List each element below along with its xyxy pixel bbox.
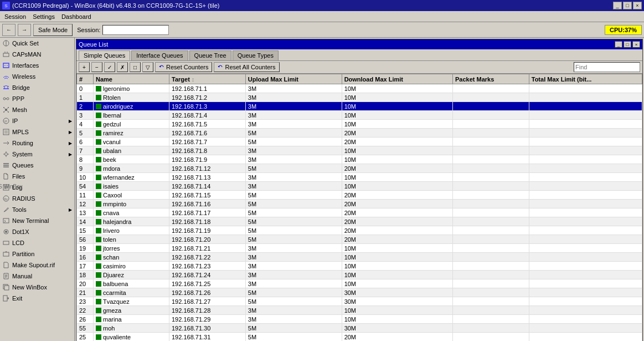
cell-total — [529, 262, 642, 271]
cell-download: 10M — [342, 84, 452, 93]
table-row[interactable]: 23 Tvazquez 192.168.71.27 5M 30M — [77, 297, 642, 306]
copy-button[interactable]: □ — [130, 62, 141, 72]
table-row[interactable]: 18 Djuarez 192.168.71.24 3M 10M — [77, 271, 642, 279]
table-row[interactable]: 0 lgeronimo 192.168.71.1 3M 10M — [77, 84, 642, 93]
forward-button[interactable]: → — [18, 24, 31, 36]
tab-queue-tree[interactable]: Queue Tree — [189, 50, 231, 60]
status-indicator — [96, 95, 101, 100]
close-button[interactable]: × — [633, 2, 642, 9]
sidebar-item-exit[interactable]: Exit — [0, 293, 74, 304]
table-row[interactable]: 16 schan 192.168.71.22 3M 10M — [77, 253, 642, 262]
tab-simple-queues[interactable]: Simple Queues — [79, 50, 130, 60]
queue-minimize-button[interactable]: _ — [615, 41, 622, 48]
sidebar-item-capsman[interactable]: CAPsMAN — [0, 49, 74, 60]
table-row[interactable]: 9 mdora 192.168.71.12 5M 20M — [77, 164, 642, 173]
table-row[interactable]: 15 lrivero 192.168.71.19 5M 20M — [77, 226, 642, 235]
queue-maximize-button[interactable]: □ — [624, 41, 631, 48]
table-row[interactable]: 19 jtorres 192.168.71.21 3M 10M — [77, 244, 642, 253]
menu-session[interactable]: Session — [1, 12, 29, 21]
table-row[interactable]: 12 mmpinto 192.168.71.16 5M 20M — [77, 200, 642, 208]
svg-rect-47 — [3, 241, 9, 245]
table-row[interactable]: 10 wfernandez 192.168.71.13 3M 10M — [77, 173, 642, 182]
table-row[interactable]: 4 gedzul 192.168.71.5 3M 10M — [77, 120, 642, 129]
remove-button[interactable]: − — [91, 62, 102, 72]
table-row[interactable]: 1 Rtolen 192.168.71.2 3M 10M — [77, 93, 642, 102]
interfaces-icon — [2, 62, 10, 69]
sidebar-item-dot1x[interactable]: Dot1X — [0, 226, 74, 237]
sidebar-item-quick-set[interactable]: Quick Set — [0, 38, 74, 49]
table-row[interactable]: 11 Caxool 192.168.71.15 5M 20M — [77, 191, 642, 200]
table-row[interactable]: 2 airodriguez 192.168.71.3 3M 10M — [77, 102, 642, 111]
sidebar-item-partition[interactable]: Partition — [0, 248, 74, 259]
sidebar-item-mesh[interactable]: Mesh — [0, 104, 74, 115]
table-row[interactable]: 54 isaies 192.168.71.14 3M 10M — [77, 182, 642, 191]
table-row[interactable]: 17 casimiro 192.168.71.23 3M 10M — [77, 262, 642, 271]
table-row[interactable]: 55 moh 192.168.71.30 5M 30M — [77, 324, 642, 333]
cell-download: 10M — [342, 173, 452, 182]
tab-interface-queues[interactable]: Interface Queues — [131, 50, 188, 60]
enable-button[interactable]: ✓ — [104, 62, 115, 72]
status-indicator — [96, 237, 101, 242]
sidebar-item-ip[interactable]: IP IP ▶ — [0, 115, 74, 126]
queue-table: # Name Target ↕ Upload Max Limit Downloa… — [76, 74, 642, 341]
maximize-button[interactable]: □ — [623, 2, 632, 9]
reset-counters-button[interactable]: Reset Counters — [155, 62, 212, 72]
cell-name: ccarmita — [94, 288, 169, 297]
sidebar-item-make-supout[interactable]: Make Supout.rif — [0, 259, 74, 271]
sidebar-item-routing[interactable]: Routing ▶ — [0, 138, 74, 149]
table-row[interactable]: 26 marina 192.168.71.29 3M 10M — [77, 315, 642, 324]
table-row[interactable]: 14 halejandra 192.168.71.18 5M 20M — [77, 217, 642, 226]
queue-table-wrapper[interactable]: # Name Target ↕ Upload Max Limit Downloa… — [76, 74, 642, 341]
sidebar-item-manual[interactable]: Manual — [0, 271, 74, 282]
tab-queue-types[interactable]: Queue Types — [233, 50, 279, 60]
sidebar-item-mpls[interactable]: MPLS ▶ — [0, 126, 74, 138]
sidebar-item-interfaces[interactable]: Interfaces — [0, 60, 74, 71]
sidebar-item-lcd[interactable]: LCD — [0, 237, 74, 248]
sidebar-item-files[interactable]: Files — [0, 171, 74, 182]
sidebar-item-bridge[interactable]: Bridge — [0, 82, 74, 93]
reset-all-counters-button[interactable]: Reset All Counters — [214, 62, 279, 72]
sidebar-item-ppp[interactable]: PPP — [0, 93, 74, 104]
table-row[interactable]: 6 vcanul 192.168.71.7 5M 20M — [77, 138, 642, 146]
menu-settings[interactable]: Settings — [29, 12, 58, 21]
table-row[interactable]: 25 quvaliente 192.168.71.31 5M 20M — [77, 333, 642, 342]
filter-button[interactable]: ▽ — [142, 62, 153, 72]
table-row[interactable]: 13 cnava 192.168.71.17 5M 20M — [77, 208, 642, 217]
table-row[interactable]: 7 ubalan 192.168.71.8 3M 10M — [77, 146, 642, 155]
minimize-button[interactable]: _ — [613, 2, 622, 9]
sidebar-item-new-terminal[interactable]: New Terminal — [0, 215, 74, 226]
cell-total — [529, 306, 642, 315]
table-row[interactable]: 21 ccarmita 192.168.71.26 5M 30M — [77, 288, 642, 297]
table-row[interactable]: 5 ramirez 192.168.71.6 5M 20M — [77, 129, 642, 138]
cell-target: 192.168.71.1 — [169, 84, 246, 93]
table-row[interactable]: 20 balbuena 192.168.71.25 3M 10M — [77, 279, 642, 288]
add-button[interactable]: + — [79, 62, 90, 72]
name-text: tolen — [103, 236, 116, 243]
dot1x-icon — [2, 228, 10, 236]
table-row[interactable]: 56 tolen 192.168.71.20 5M 20M — [77, 235, 642, 244]
sidebar-item-queues[interactable]: Queues — [0, 160, 74, 171]
cell-download: 10M — [342, 120, 452, 129]
back-button[interactable]: ← — [2, 24, 16, 36]
queue-close-button[interactable]: × — [632, 41, 640, 48]
table-row[interactable]: 22 gmeza 192.168.71.28 3M 10M — [77, 306, 642, 315]
sidebar-item-system[interactable]: System ▶ — [0, 149, 74, 160]
cell-upload: 3M — [245, 173, 342, 182]
table-row[interactable]: 3 lbernal 192.168.71.4 3M 10M — [77, 111, 642, 120]
find-input[interactable] — [574, 62, 640, 72]
wireless-icon — [2, 73, 10, 80]
session-input[interactable] — [102, 25, 169, 35]
cell-num: 7 — [77, 146, 94, 155]
sidebar-item-wireless[interactable]: Wireless — [0, 71, 74, 82]
table-row[interactable]: 8 beek 192.168.71.9 3M 10M — [77, 155, 642, 164]
cell-name: mmpinto — [94, 200, 169, 208]
disable-button[interactable]: ✗ — [117, 62, 128, 72]
sidebar-item-new-winbox[interactable]: New WinBox — [0, 282, 74, 293]
menu-dashboard[interactable]: Dashboard — [58, 12, 95, 21]
sidebar-item-radius[interactable]: Ro RADIUS — [0, 193, 74, 204]
cell-target: 192.168.71.31 — [169, 333, 246, 342]
cell-target: 192.168.71.30 — [169, 324, 246, 333]
sidebar-item-tools[interactable]: Tools ▶ — [0, 204, 74, 215]
safe-mode-button[interactable]: Safe Mode — [33, 24, 73, 36]
cell-marks — [452, 262, 529, 271]
